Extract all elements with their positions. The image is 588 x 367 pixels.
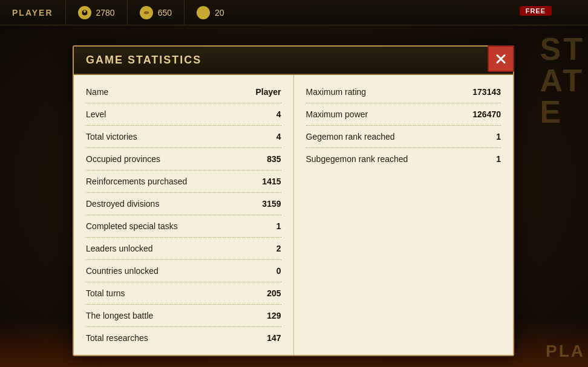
modal-title: GAME STATISTICS <box>86 54 201 66</box>
stat-label: Countries unlocked <box>86 266 158 276</box>
currency3-icon <box>197 6 210 19</box>
svg-point-1 <box>83 10 86 13</box>
stat-label: Destroyed divisions <box>86 199 159 209</box>
stat-label: Leaders unlocked <box>86 244 153 253</box>
stat-label: Maximum power <box>306 109 368 119</box>
stat-value: 4 <box>276 132 281 141</box>
stat-row: Maximum power 126470 <box>306 103 501 126</box>
stat-row: Reinforcements purchased 1415 <box>86 171 281 193</box>
stat-row: Total victories 4 <box>86 126 281 148</box>
stat-label: Maximum rating <box>306 87 367 97</box>
currency1-icon <box>78 6 91 19</box>
svg-marker-3 <box>200 10 207 16</box>
stat-label: Total researches <box>86 333 148 343</box>
stat-label: Total turns <box>86 288 125 298</box>
stat-row: Countries unlocked 0 <box>86 260 281 282</box>
stat-value: 2 <box>276 244 281 253</box>
left-stats-column: Name Player Level 4 Total victories 4 Oc… <box>74 75 293 355</box>
stat-row: Total turns 205 <box>86 282 281 305</box>
currency3-value: 20 <box>215 8 224 18</box>
stat-value: 1 <box>496 154 501 164</box>
stat-value: 147 <box>267 333 281 343</box>
stat-value: Player <box>255 87 281 97</box>
modal-header: GAME STATISTICS <box>74 47 513 75</box>
stat-label: Total victories <box>86 132 137 141</box>
stats-modal: GAME STATISTICS Name Player Level 4 Tota… <box>73 45 514 356</box>
top-bar: PLAYER 2780 650 20 FREE <box>0 0 588 25</box>
close-button[interactable] <box>488 45 514 72</box>
svg-point-2 <box>143 11 149 15</box>
stat-label: Reinforcements purchased <box>86 177 187 186</box>
stat-row: Name Player <box>86 81 281 103</box>
modal-body: Name Player Level 4 Total victories 4 Oc… <box>74 75 513 355</box>
stat-row: Leaders unlocked 2 <box>86 238 281 260</box>
stat-label: Occupied provinces <box>86 154 160 164</box>
right-stats-column: Maximum rating 173143 Maximum power 1264… <box>293 75 514 355</box>
stat-label: Level <box>86 109 106 119</box>
currency1-section: 2780 <box>65 0 127 25</box>
stat-value: 4 <box>276 109 281 119</box>
stat-row: Completed special tasks 1 <box>86 215 281 238</box>
stat-row: Subgegemon rank reached 1 <box>306 148 501 170</box>
stat-value: 173143 <box>472 87 501 97</box>
stat-value: 126470 <box>472 109 501 119</box>
stat-row: The longest battle 129 <box>86 305 281 327</box>
stat-row: Maximum rating 173143 <box>306 81 501 103</box>
stat-value: 835 <box>267 154 281 164</box>
stat-label: The longest battle <box>86 311 153 320</box>
currency2-icon <box>140 6 153 19</box>
currency2-value: 650 <box>158 8 172 18</box>
currency1-value: 2780 <box>96 8 115 18</box>
stat-value: 1415 <box>262 177 281 186</box>
stat-label: Completed special tasks <box>86 221 178 231</box>
stat-label: Name <box>86 87 108 97</box>
stat-row: Gegemon rank reached 1 <box>306 126 501 148</box>
stat-value: 0 <box>276 266 281 276</box>
stat-value: 1 <box>276 221 281 231</box>
stat-row: Level 4 <box>86 103 281 126</box>
stat-value: 129 <box>267 311 281 320</box>
stat-label: Gegemon rank reached <box>306 132 395 141</box>
currency2-section: 650 <box>127 0 184 25</box>
stat-row: Destroyed divisions 3159 <box>86 193 281 215</box>
stat-value: 205 <box>267 288 281 298</box>
stat-value: 1 <box>496 132 501 141</box>
free-badge[interactable]: FREE <box>520 6 552 16</box>
stat-row: Total researches 147 <box>86 327 281 349</box>
stat-row: Occupied provinces 835 <box>86 148 281 171</box>
currency3-section: 20 <box>184 0 237 25</box>
stat-value: 3159 <box>262 199 281 209</box>
player-label: PLAYER <box>0 8 65 18</box>
stat-label: Subgegemon rank reached <box>306 154 408 164</box>
